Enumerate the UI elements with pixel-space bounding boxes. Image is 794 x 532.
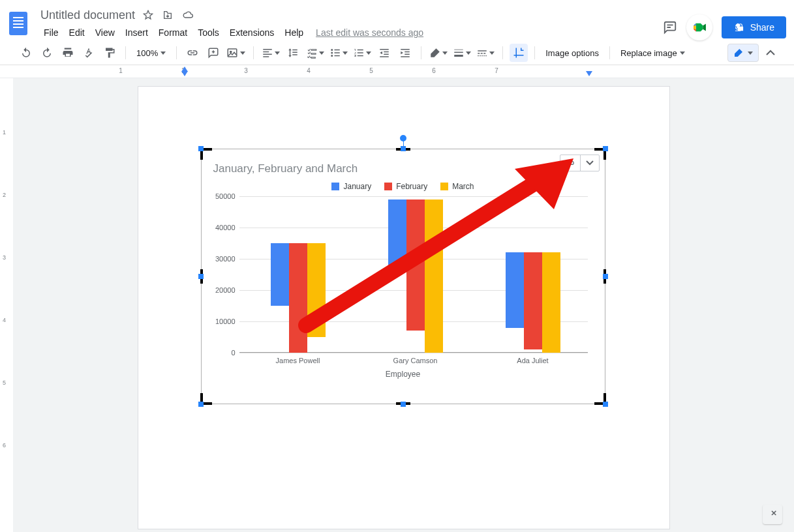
horizontal-ruler[interactable]: 1234567: [0, 65, 794, 78]
border-weight-button[interactable]: [451, 44, 472, 62]
menu-extensions[interactable]: Extensions: [225, 25, 279, 40]
title-bar: Untitled document File Edit View Insert …: [0, 0, 794, 40]
share-button[interactable]: Share: [722, 16, 786, 38]
spellcheck-button[interactable]: [80, 44, 98, 62]
docs-logo-icon[interactable]: [5, 7, 31, 40]
crop-image-button[interactable]: [510, 44, 528, 62]
menu-bar: File Edit View Insert Format Tools Exten…: [39, 25, 423, 40]
insert-link-button[interactable]: [183, 44, 202, 62]
menu-tools[interactable]: Tools: [193, 25, 224, 40]
ruler-tick: 4: [307, 67, 311, 74]
svg-point-6: [331, 55, 333, 57]
menu-file[interactable]: File: [39, 25, 63, 40]
menu-view[interactable]: View: [91, 25, 119, 40]
zoom-select[interactable]: 100%: [132, 44, 170, 62]
document-title[interactable]: Untitled document: [40, 8, 135, 22]
checklist-button[interactable]: [305, 44, 326, 62]
menu-edit[interactable]: Edit: [65, 25, 89, 40]
editing-mode-button[interactable]: [727, 44, 759, 62]
replace-image-button[interactable]: Replace image: [617, 44, 689, 62]
line-spacing-button[interactable]: [284, 44, 302, 62]
menu-help[interactable]: Help: [280, 25, 308, 40]
border-color-button[interactable]: [428, 44, 449, 62]
cloud-status-icon[interactable]: [182, 10, 194, 20]
star-icon[interactable]: [143, 10, 153, 20]
undo-button[interactable]: [17, 44, 35, 62]
print-button[interactable]: [59, 44, 77, 62]
redo-button[interactable]: [38, 44, 56, 62]
meet-icon[interactable]: [686, 14, 712, 40]
menu-format[interactable]: Format: [154, 25, 192, 40]
svg-point-5: [331, 52, 333, 54]
border-dash-button[interactable]: [475, 44, 496, 62]
hide-menus-button[interactable]: [761, 44, 780, 62]
increase-indent-button[interactable]: [396, 44, 414, 62]
ruler-tick: 6: [432, 67, 436, 74]
move-icon[interactable]: [162, 10, 173, 20]
comment-history-icon[interactable]: [663, 20, 677, 35]
ruler-tick: 1: [119, 67, 123, 74]
ruler-tick: 7: [495, 67, 498, 74]
insert-image-button[interactable]: [225, 44, 247, 62]
ruler-tick: 5: [369, 67, 373, 74]
bulleted-list-button[interactable]: [328, 44, 349, 62]
numbered-list-button[interactable]: [352, 44, 373, 62]
paint-format-button[interactable]: [100, 44, 119, 62]
image-options-button[interactable]: Image options: [542, 44, 603, 62]
ruler-tick: 3: [244, 67, 248, 74]
add-comment-button[interactable]: [204, 44, 222, 62]
decrease-indent-button[interactable]: [375, 44, 393, 62]
svg-point-4: [331, 49, 333, 51]
last-edit-link[interactable]: Last edit was seconds ago: [316, 25, 423, 40]
toolbar: 100% Image options Replace image: [0, 40, 794, 65]
svg-point-3: [230, 51, 232, 52]
align-button[interactable]: [260, 44, 281, 62]
menu-insert[interactable]: Insert: [121, 25, 153, 40]
